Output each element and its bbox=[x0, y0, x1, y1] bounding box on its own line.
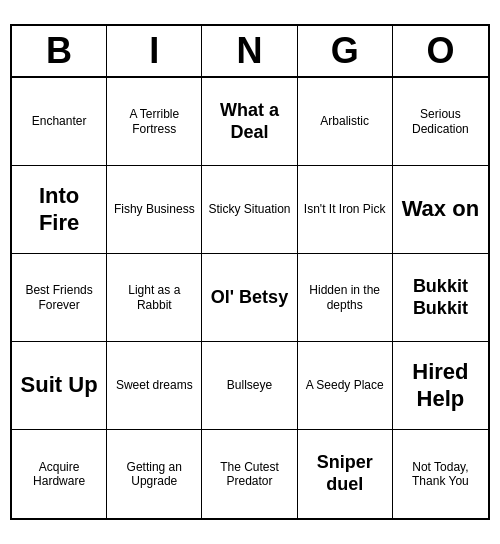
bingo-letter-o: O bbox=[393, 26, 488, 76]
bingo-letter-g: G bbox=[298, 26, 393, 76]
bingo-letter-n: N bbox=[202, 26, 297, 76]
bingo-cell-4: Serious Dedication bbox=[393, 78, 488, 166]
bingo-cell-17: Bullseye bbox=[202, 342, 297, 430]
bingo-cell-3: Arbalistic bbox=[298, 78, 393, 166]
bingo-cell-12: Ol' Betsy bbox=[202, 254, 297, 342]
bingo-cell-7: Sticky Situation bbox=[202, 166, 297, 254]
bingo-cell-21: Getting an Upgrade bbox=[107, 430, 202, 518]
bingo-letter-b: B bbox=[12, 26, 107, 76]
bingo-cell-9: Wax on bbox=[393, 166, 488, 254]
bingo-card: BINGO EnchanterA Terrible FortressWhat a… bbox=[10, 24, 490, 520]
bingo-cell-10: Best Friends Forever bbox=[12, 254, 107, 342]
bingo-cell-16: Sweet dreams bbox=[107, 342, 202, 430]
bingo-cell-18: A Seedy Place bbox=[298, 342, 393, 430]
bingo-cell-5: Into Fire bbox=[12, 166, 107, 254]
bingo-cell-11: Light as a Rabbit bbox=[107, 254, 202, 342]
bingo-cell-2: What a Deal bbox=[202, 78, 297, 166]
bingo-cell-24: Not Today, Thank You bbox=[393, 430, 488, 518]
bingo-cell-0: Enchanter bbox=[12, 78, 107, 166]
bingo-header: BINGO bbox=[12, 26, 488, 78]
bingo-cell-8: Isn't It Iron Pick bbox=[298, 166, 393, 254]
bingo-cell-14: Bukkit Bukkit bbox=[393, 254, 488, 342]
bingo-cell-20: Acquire Hardware bbox=[12, 430, 107, 518]
bingo-cell-6: Fishy Business bbox=[107, 166, 202, 254]
bingo-cell-22: The Cutest Predator bbox=[202, 430, 297, 518]
bingo-cell-13: Hidden in the depths bbox=[298, 254, 393, 342]
bingo-cell-15: Suit Up bbox=[12, 342, 107, 430]
bingo-cell-1: A Terrible Fortress bbox=[107, 78, 202, 166]
bingo-cell-19: Hired Help bbox=[393, 342, 488, 430]
bingo-grid: EnchanterA Terrible FortressWhat a DealA… bbox=[12, 78, 488, 518]
bingo-cell-23: Sniper duel bbox=[298, 430, 393, 518]
bingo-letter-i: I bbox=[107, 26, 202, 76]
